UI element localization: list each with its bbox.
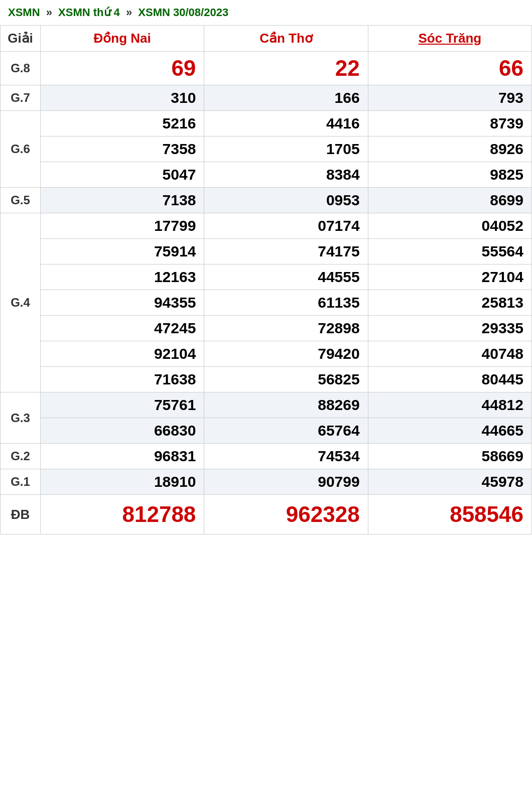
- table-row: G.3 75761 88269 44812: [1, 392, 532, 418]
- table-row-db: ĐB 812788 962328 858546: [1, 495, 532, 534]
- g4-r4-v1: 94355: [41, 290, 204, 316]
- g4-r3-v3: 27104: [368, 264, 531, 290]
- table-row: G.1 18910 90799 45978: [1, 469, 532, 495]
- g6-r3-v1: 5047: [41, 162, 204, 188]
- table-row: 5047 8384 9825: [1, 162, 532, 188]
- g8-v2: 22: [204, 52, 368, 85]
- g6-r2-v2: 1705: [204, 137, 368, 162]
- table-row: 7358 1705 8926: [1, 137, 532, 162]
- g6-r2-v3: 8926: [368, 137, 531, 162]
- table-row: G.2 96831 74534 58669: [1, 444, 532, 469]
- g4-r1-v1: 17799: [41, 213, 204, 239]
- g4-r6-v1: 92104: [41, 341, 204, 367]
- g8-v1: 69: [41, 52, 204, 85]
- g1-v2: 90799: [204, 469, 368, 495]
- g4-r1-v3: 04052: [368, 213, 531, 239]
- breadcrumb-xsmn-thu4[interactable]: XSMN thứ 4: [58, 6, 120, 19]
- table-row: 75914 74175 55564: [1, 239, 532, 264]
- g6-r3-v3: 9825: [368, 162, 531, 188]
- table-row: 66830 65764 44665: [1, 418, 532, 444]
- breadcrumb-xsmn-date[interactable]: XSMN 30/08/2023: [138, 6, 228, 19]
- g5-v1: 7138: [41, 188, 204, 213]
- g6-r3-v2: 8384: [204, 162, 368, 188]
- table-row: 92104 79420 40748: [1, 341, 532, 367]
- table-row: G.4 17799 07174 04052: [1, 213, 532, 239]
- g3-r2-v2: 65764: [204, 418, 368, 444]
- breadcrumb-sep1: »: [46, 6, 52, 19]
- g3-r2-v1: 66830: [41, 418, 204, 444]
- g4-r4-v3: 25813: [368, 290, 531, 316]
- g5-v2: 0953: [204, 188, 368, 213]
- g2-label: G.2: [1, 444, 41, 469]
- g4-r2-v1: 75914: [41, 239, 204, 264]
- g2-v1: 96831: [41, 444, 204, 469]
- g4-r3-v2: 44555: [204, 264, 368, 290]
- header-can-tho: Cần Thơ: [204, 26, 368, 52]
- g3-label: G.3: [1, 392, 41, 444]
- g6-r1-v1: 5216: [41, 111, 204, 137]
- breadcrumb: XSMN » XSMN thứ 4 » XSMN 30/08/2023: [0, 0, 532, 25]
- db-v3: 858546: [368, 495, 531, 534]
- g4-r6-v3: 40748: [368, 341, 531, 367]
- db-label: ĐB: [1, 495, 41, 534]
- db-v1: 812788: [41, 495, 204, 534]
- g1-label: G.1: [1, 469, 41, 495]
- g8-v3: 66: [368, 52, 531, 85]
- g4-r7-v3: 80445: [368, 367, 531, 392]
- g4-r5-v1: 47245: [41, 316, 204, 341]
- g4-r7-v1: 71638: [41, 367, 204, 392]
- g4-r2-v2: 74175: [204, 239, 368, 264]
- g3-r2-v3: 44665: [368, 418, 531, 444]
- breadcrumb-xsmn[interactable]: XSMN: [8, 6, 40, 19]
- g4-r1-v2: 07174: [204, 213, 368, 239]
- g4-r4-v2: 61135: [204, 290, 368, 316]
- g2-v3: 58669: [368, 444, 531, 469]
- table-row: G.5 7138 0953 8699: [1, 188, 532, 213]
- g8-label: G.8: [1, 52, 41, 85]
- table-row: 94355 61135 25813: [1, 290, 532, 316]
- g6-label: G.6: [1, 111, 41, 188]
- g4-label: G.4: [1, 213, 41, 392]
- table-row: 12163 44555 27104: [1, 264, 532, 290]
- header-giai: Giải: [1, 26, 41, 52]
- g1-v1: 18910: [41, 469, 204, 495]
- g4-r2-v3: 55564: [368, 239, 531, 264]
- table-row: 47245 72898 29335: [1, 316, 532, 341]
- g1-v3: 45978: [368, 469, 531, 495]
- g5-v3: 8699: [368, 188, 531, 213]
- g2-v2: 74534: [204, 444, 368, 469]
- g4-r6-v2: 79420: [204, 341, 368, 367]
- table-row: G.6 5216 4416 8739: [1, 111, 532, 137]
- g5-label: G.5: [1, 188, 41, 213]
- table-row: G.7 310 166 793: [1, 85, 532, 111]
- g6-r1-v3: 8739: [368, 111, 531, 137]
- g3-r1-v3: 44812: [368, 392, 531, 418]
- g4-r3-v1: 12163: [41, 264, 204, 290]
- g4-r5-v3: 29335: [368, 316, 531, 341]
- g7-v1: 310: [41, 85, 204, 111]
- breadcrumb-sep2: »: [126, 6, 132, 19]
- g7-v3: 793: [368, 85, 531, 111]
- header-dong-nai: Đồng Nai: [41, 26, 204, 52]
- table-row: 71638 56825 80445: [1, 367, 532, 392]
- g4-r5-v2: 72898: [204, 316, 368, 341]
- table-row: G.8 69 22 66: [1, 52, 532, 85]
- db-v2: 962328: [204, 495, 368, 534]
- header-soc-trang: Sóc Trăng: [368, 26, 531, 52]
- g3-r1-v1: 75761: [41, 392, 204, 418]
- g3-r1-v2: 88269: [204, 392, 368, 418]
- g7-v2: 166: [204, 85, 368, 111]
- g7-label: G.7: [1, 85, 41, 111]
- g6-r2-v1: 7358: [41, 137, 204, 162]
- g6-r1-v2: 4416: [204, 111, 368, 137]
- g4-r7-v2: 56825: [204, 367, 368, 392]
